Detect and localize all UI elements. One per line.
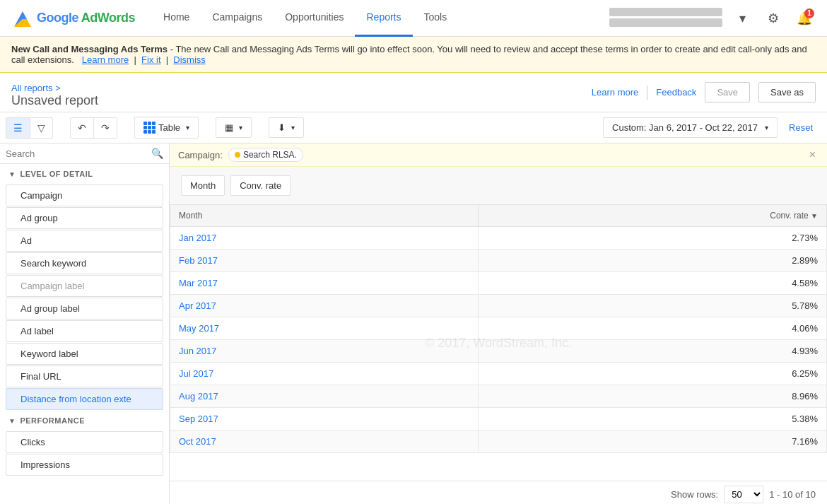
table-row: Feb 20172.89% bbox=[170, 250, 827, 272]
logo-text: Google AdWords bbox=[37, 11, 135, 25]
cell-month[interactable]: Jul 2017 bbox=[170, 363, 479, 385]
section-label-performance: PERFORMANCE bbox=[20, 416, 85, 425]
table-icon bbox=[143, 122, 156, 134]
sidebar-item-distance-from-location-exte[interactable]: Distance from location exte bbox=[6, 388, 163, 410]
save-as-button[interactable]: Save as bbox=[758, 82, 816, 102]
report-content: Campaign: Search RLSA. × MonthConv. rate… bbox=[170, 143, 827, 504]
main-layout: 🔍 ▼ LEVEL OF DETAIL CampaignAd groupAdSe… bbox=[0, 143, 827, 504]
cell-conv-rate: 5.78% bbox=[479, 295, 827, 317]
cell-month[interactable]: Apr 2017 bbox=[170, 295, 479, 317]
cell-month[interactable]: Feb 2017 bbox=[170, 250, 479, 272]
report-title: Unsaved report bbox=[11, 93, 592, 108]
date-range-button[interactable]: Custom: Jan 6, 2017 - Oct 22, 2017 ▾ bbox=[603, 117, 778, 138]
sidebar-item-campaign[interactable]: Campaign bbox=[6, 184, 163, 206]
notification-area: 🔔 1 bbox=[793, 7, 816, 30]
banner: New Call and Messaging Ads Terms - The n… bbox=[0, 37, 827, 73]
cell-month[interactable]: Jan 2017 bbox=[170, 227, 479, 250]
table-row: Jun 20174.93% bbox=[170, 340, 827, 363]
filter-icon: ▽ bbox=[37, 122, 45, 134]
table-header: Month Conv. rate ▼ bbox=[170, 205, 827, 227]
section-arrow-performance: ▼ bbox=[8, 417, 16, 425]
sidebar-item-clicks[interactable]: Clicks bbox=[6, 431, 163, 453]
nav-link-opportunities[interactable]: Opportunities bbox=[274, 0, 355, 37]
nav-link-tools[interactable]: Tools bbox=[413, 0, 459, 37]
sidebar-item-impressions[interactable]: Impressions bbox=[6, 454, 163, 476]
sidebar-search-box: 🔍 bbox=[0, 143, 169, 164]
report-header-right: Learn more Feedback Save Save as bbox=[592, 82, 816, 108]
sidebar: 🔍 ▼ LEVEL OF DETAIL CampaignAd groupAdSe… bbox=[0, 143, 170, 504]
logo: Google AdWords bbox=[11, 7, 135, 30]
section-header-detail[interactable]: ▼ LEVEL OF DETAIL bbox=[0, 164, 169, 184]
main-nav: HomeCampaignsOpportunitiesReportsTools bbox=[152, 0, 609, 37]
cell-conv-rate: 2.73% bbox=[479, 227, 827, 250]
calendar-icon: ▦ bbox=[225, 122, 233, 133]
undo-button[interactable]: ↶ bbox=[71, 118, 94, 138]
show-rows-label: Show rows: bbox=[671, 489, 718, 500]
dim-chip-month[interactable]: Month bbox=[181, 175, 225, 196]
sidebar-item-ad[interactable]: Ad bbox=[6, 230, 163, 252]
filter-button[interactable]: ▽ bbox=[30, 118, 52, 138]
table-view-button[interactable]: Table ▾ bbox=[134, 117, 199, 139]
learn-more-link[interactable]: Learn more bbox=[592, 87, 638, 98]
rows-per-page-select[interactable]: 50 100 200 bbox=[724, 486, 763, 503]
settings-button[interactable]: ⚙ bbox=[762, 7, 785, 30]
cell-conv-rate: 4.58% bbox=[479, 272, 827, 295]
dimension-chips: MonthConv. rate bbox=[181, 175, 291, 196]
section-header-performance[interactable]: ▼ PERFORMANCE bbox=[0, 411, 169, 430]
cell-conv-rate: 6.25% bbox=[479, 363, 827, 385]
rows-view-button[interactable]: ☰ bbox=[6, 118, 30, 138]
cell-month[interactable]: Aug 2017 bbox=[170, 385, 479, 408]
sidebar-item-ad-label[interactable]: Ad label bbox=[6, 320, 163, 342]
table-row: Sep 20175.38% bbox=[170, 408, 827, 430]
dimension-row: MonthConv. rate bbox=[170, 167, 827, 204]
table-dropdown-icon: ▾ bbox=[186, 124, 189, 131]
download-dropdown-icon: ▾ bbox=[291, 124, 295, 131]
account-id bbox=[609, 18, 722, 27]
dim-chip-conv.-rate[interactable]: Conv. rate bbox=[230, 175, 291, 196]
filter-close-button[interactable]: × bbox=[807, 148, 819, 161]
cell-month[interactable]: Jun 2017 bbox=[170, 340, 479, 363]
sidebar-item-ad-group-label[interactable]: Ad group label bbox=[6, 298, 163, 320]
cell-month[interactable]: Sep 2017 bbox=[170, 408, 479, 430]
all-reports-link[interactable]: All reports > bbox=[11, 83, 61, 93]
search-icon: 🔍 bbox=[151, 148, 163, 159]
nav-link-home[interactable]: Home bbox=[152, 0, 201, 37]
banner-learn-more-link[interactable]: Learn more bbox=[82, 54, 129, 65]
cell-month[interactable]: Mar 2017 bbox=[170, 272, 479, 295]
cell-month[interactable]: Oct 2017 bbox=[170, 430, 479, 453]
calendar-button[interactable]: ▦ ▾ bbox=[216, 117, 252, 138]
divider bbox=[647, 86, 647, 100]
banner-dismiss-link[interactable]: Dismiss bbox=[173, 54, 206, 65]
save-button[interactable]: Save bbox=[705, 82, 750, 102]
sidebar-item-campaign-label: Campaign label bbox=[6, 275, 163, 297]
nav-link-campaigns[interactable]: Campaigns bbox=[201, 0, 274, 37]
redo-button[interactable]: ↷ bbox=[94, 118, 117, 138]
report-header-left: All reports > Unsaved report bbox=[11, 83, 592, 108]
date-dropdown-icon: ▾ bbox=[765, 124, 768, 131]
table-body: Jan 20172.73%Feb 20172.89%Mar 20174.58%A… bbox=[170, 227, 827, 453]
feedback-link[interactable]: Feedback bbox=[656, 87, 696, 98]
account-dropdown-button[interactable]: ▾ bbox=[731, 7, 753, 30]
cell-month[interactable]: May 2017 bbox=[170, 317, 479, 340]
sidebar-item-search-keyword[interactable]: Search keyword bbox=[6, 252, 163, 274]
reset-button[interactable]: Reset bbox=[780, 118, 821, 137]
download-icon: ⬇ bbox=[278, 122, 286, 133]
account-info bbox=[609, 8, 722, 29]
data-table: Month Conv. rate ▼ Jan 20172.73%Feb 2017… bbox=[170, 204, 827, 453]
banner-fix-it-link[interactable]: Fix it bbox=[141, 54, 160, 65]
section-arrow-detail: ▼ bbox=[8, 170, 16, 178]
banner-bold: New Call and Messaging Ads Terms bbox=[11, 44, 168, 54]
filter-tag-text: Search RLSA. bbox=[243, 150, 297, 160]
search-input[interactable] bbox=[6, 148, 147, 159]
sidebar-item-final-url[interactable]: Final URL bbox=[6, 365, 163, 387]
pagination-text: 1 - 10 of 10 bbox=[769, 489, 816, 500]
cell-conv-rate: 4.93% bbox=[479, 340, 827, 363]
sidebar-detail-items: CampaignAd groupAdSearch keywordCampaign… bbox=[0, 184, 169, 410]
table-label: Table bbox=[158, 122, 180, 133]
download-button[interactable]: ⬇ ▾ bbox=[269, 117, 304, 138]
section-label-detail: LEVEL OF DETAIL bbox=[20, 170, 93, 178]
sidebar-item-ad-group[interactable]: Ad group bbox=[6, 207, 163, 229]
filter-dot bbox=[235, 152, 240, 158]
sidebar-item-keyword-label[interactable]: Keyword label bbox=[6, 343, 163, 365]
nav-link-reports[interactable]: Reports bbox=[355, 0, 412, 37]
